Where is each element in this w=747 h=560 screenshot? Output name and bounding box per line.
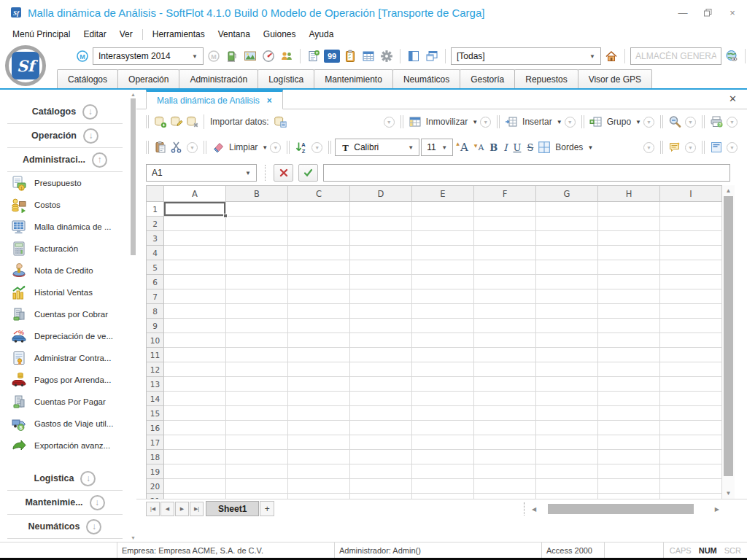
cell-E11[interactable] [412, 348, 474, 362]
cell-F1[interactable] [474, 202, 536, 217]
paste-icon[interactable] [152, 139, 169, 155]
toolbar-grip[interactable] [702, 115, 705, 128]
cell-I1[interactable] [660, 202, 722, 217]
menu-item-herramientas[interactable]: Herramientas [146, 29, 212, 39]
cell-G16[interactable] [536, 421, 598, 435]
scroll-left-icon[interactable]: ◀ [529, 506, 539, 513]
cell-H5[interactable] [598, 260, 660, 275]
cell-F9[interactable] [474, 319, 536, 333]
sidebar-item-facturacion[interactable]: Facturación [0, 238, 130, 260]
cell-F10[interactable] [474, 333, 536, 348]
cell-G14[interactable] [536, 392, 598, 406]
minimize-button[interactable]: — [676, 7, 690, 18]
cell-E17[interactable] [412, 435, 474, 450]
cell-B3[interactable] [226, 231, 288, 246]
cell-E7[interactable] [412, 289, 474, 304]
toolbar-options-icon[interactable]: ▼ [685, 117, 696, 128]
cell-G7[interactable] [536, 289, 598, 304]
cell-D20[interactable] [350, 479, 412, 494]
cell-A8[interactable] [164, 304, 226, 319]
warehouse-input[interactable] [630, 47, 721, 65]
import-data-icon[interactable] [272, 114, 288, 130]
sidebar-item-cuentas-por-cobrar[interactable]: Cuentas por Cobrar [0, 303, 130, 325]
toolbar-options-icon[interactable]: ▼ [480, 117, 491, 128]
cell-H4[interactable] [598, 246, 660, 260]
toolbar-options-icon[interactable]: ▼ [384, 117, 395, 128]
cell-D4[interactable] [350, 246, 412, 260]
grow-font-button[interactable]: ▲A [456, 141, 468, 154]
document-area-close-icon[interactable]: ✕ [729, 93, 737, 104]
toolbar-grip[interactable] [581, 115, 584, 128]
cell-H20[interactable] [598, 479, 660, 494]
toolbar-options-icon[interactable]: ▼ [311, 142, 322, 153]
cell-D14[interactable] [350, 392, 412, 406]
cell-C1[interactable] [288, 202, 350, 217]
menu-item-ayuda[interactable]: Ayuda [303, 29, 341, 39]
toolbar-options-icon[interactable]: ▼ [187, 142, 198, 153]
cell-I15[interactable] [660, 406, 722, 421]
menu-item-menu-principal[interactable]: Menú Principal [6, 29, 77, 39]
cell-H6[interactable] [598, 275, 660, 289]
alignment-icon[interactable] [708, 139, 724, 155]
toolbar-grip[interactable] [146, 141, 149, 154]
cell-I3[interactable] [660, 231, 722, 246]
cell-A3[interactable] [164, 231, 226, 246]
column-header-A[interactable]: A [164, 186, 226, 202]
sidebar-section-logistica[interactable]: Logistica↓ [7, 467, 123, 491]
grid-corner-cell[interactable] [147, 186, 164, 202]
sidebar-item-malla-dinamica-de[interactable]: Malla dinámica de ... [0, 216, 130, 238]
cell-G1[interactable] [536, 202, 598, 217]
tab-operacion[interactable]: Operación [117, 69, 179, 88]
cell-reference-box[interactable]: A1 ▼ [146, 164, 257, 182]
tab-repuestos[interactable]: Repuestos [514, 69, 578, 88]
cell-E19[interactable] [412, 464, 474, 479]
cell-B9[interactable] [226, 319, 288, 333]
cell-G15[interactable] [536, 406, 598, 421]
cell-A21[interactable] [164, 494, 226, 499]
font-family-selector[interactable]: T Calibri ▼ [335, 139, 419, 156]
cell-B12[interactable] [226, 362, 288, 377]
cell-A14[interactable] [164, 392, 226, 406]
cell-D10[interactable] [350, 333, 412, 348]
cell-A10[interactable] [164, 333, 226, 348]
cell-F20[interactable] [474, 479, 536, 494]
cell-G2[interactable] [536, 217, 598, 231]
toolbar-options-icon[interactable]: ▼ [270, 142, 281, 153]
cell-E3[interactable] [412, 231, 474, 246]
row-header-17[interactable]: 17 [147, 435, 164, 450]
cell-G18[interactable] [536, 450, 598, 464]
module-disabled-icon[interactable]: M [206, 48, 222, 64]
cell-D7[interactable] [350, 289, 412, 304]
insertar-button[interactable]: Insertar [522, 117, 552, 127]
cell-E2[interactable] [412, 217, 474, 231]
toolbar-grip[interactable] [328, 141, 331, 154]
toolbar-grip[interactable] [660, 141, 663, 154]
cell-E8[interactable] [412, 304, 474, 319]
cell-I21[interactable] [660, 494, 722, 499]
zoom-icon[interactable] [667, 114, 683, 130]
cell-I17[interactable] [660, 435, 722, 450]
toolbar-options-icon[interactable]: ▼ [565, 117, 576, 128]
row-header-21[interactable]: 21 [147, 494, 164, 499]
toolbar-grip[interactable] [146, 115, 149, 128]
column-header-E[interactable]: E [412, 186, 474, 202]
sidebar-item-pagos-por-arrenda[interactable]: Pagos por Arrenda... [0, 369, 130, 391]
cell-H14[interactable] [598, 392, 660, 406]
document-tab[interactable]: Malla dinámica de Análisis × [146, 90, 283, 109]
cell-D2[interactable] [350, 217, 412, 231]
cell-A15[interactable] [164, 406, 226, 421]
cell-B10[interactable] [226, 333, 288, 348]
borders-button-label[interactable]: Bordes [555, 142, 583, 152]
expand-arrow-icon[interactable]: ↓ [80, 471, 96, 486]
cell-C4[interactable] [288, 246, 350, 260]
horizontal-scrollbar[interactable]: ◀ ▶ [524, 502, 722, 516]
selection-fill-handle[interactable] [223, 214, 228, 218]
cell-A12[interactable] [164, 362, 226, 377]
tab-close-icon[interactable]: × [267, 96, 272, 106]
cell-A1[interactable] [164, 202, 226, 217]
cell-I8[interactable] [660, 304, 722, 319]
cell-B21[interactable] [226, 494, 288, 499]
cell-C20[interactable] [288, 479, 350, 494]
delete-record-icon[interactable] [185, 114, 201, 130]
sidebar-section-mantenimie[interactable]: Mantenimie...↓ [7, 491, 123, 515]
